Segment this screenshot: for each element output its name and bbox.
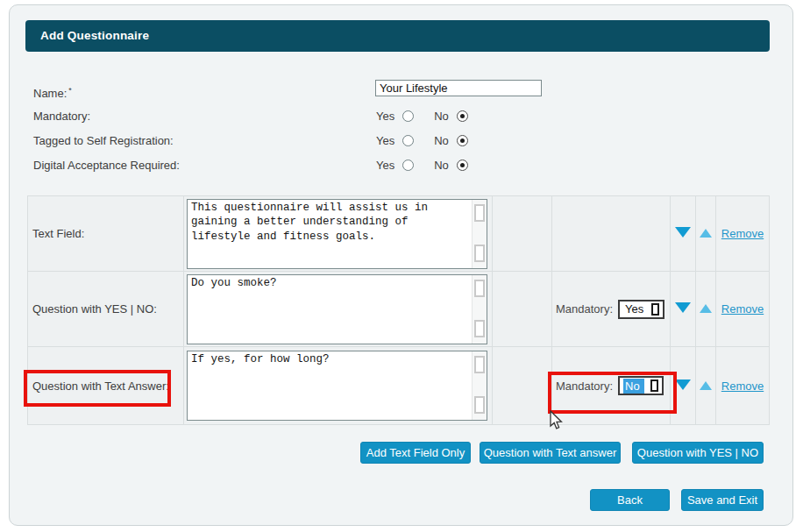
highlight-box-question-label bbox=[24, 370, 171, 407]
mandatory-radio-row: Yes No bbox=[376, 109, 468, 123]
textarea-scrollbar[interactable] bbox=[472, 351, 487, 420]
yes-label: Yes bbox=[376, 134, 394, 147]
mandatory-yes-radio[interactable] bbox=[402, 110, 414, 122]
digital-acceptance-radio-row: Yes No bbox=[376, 158, 468, 172]
scroll-up-button[interactable] bbox=[474, 356, 485, 373]
spacer-cell bbox=[493, 347, 552, 425]
textarea-scrollbar[interactable] bbox=[472, 275, 487, 344]
mandatory-label: Mandatory: bbox=[556, 302, 613, 316]
tagged-yes-radio[interactable] bbox=[402, 135, 414, 146]
move-down-icon[interactable] bbox=[675, 227, 691, 238]
question-with-text-answer-button[interactable]: Question with Text answer bbox=[480, 442, 621, 464]
mandatory-select[interactable]: Yes bbox=[618, 300, 664, 319]
selected-value: Yes bbox=[623, 301, 645, 316]
text-field-textarea[interactable]: This questionnaire will assist us in gai… bbox=[187, 199, 487, 269]
mouse-cursor bbox=[549, 410, 564, 431]
mandatory-control: Mandatory: Yes bbox=[556, 300, 670, 319]
add-text-field-only-button[interactable]: Add Text Field Only bbox=[360, 442, 471, 464]
table-row: Question with YES | NO: Do you smoke? Ma… bbox=[28, 272, 770, 347]
remove-link[interactable]: Remove bbox=[721, 302, 764, 316]
scroll-down-button[interactable] bbox=[474, 396, 485, 414]
dropdown-arrow-icon bbox=[651, 303, 659, 316]
save-and-exit-button[interactable]: Save and Exit bbox=[681, 489, 764, 511]
scroll-down-button[interactable] bbox=[474, 245, 485, 262]
required-asterisk: * bbox=[68, 86, 72, 95]
digital-yes-radio[interactable] bbox=[402, 160, 414, 171]
tagged-no-radio[interactable] bbox=[457, 135, 468, 146]
mandatory-label: Mandatory: bbox=[33, 110, 90, 123]
spacer-cell bbox=[493, 272, 552, 347]
textarea-scrollbar[interactable] bbox=[472, 200, 487, 268]
yes-label: Yes bbox=[376, 110, 394, 123]
tagged-self-registration-label: Tagged to Self Registration: bbox=[33, 134, 174, 147]
scroll-up-button[interactable] bbox=[474, 204, 485, 222]
digital-acceptance-label: Digital Acceptance Required: bbox=[33, 159, 180, 172]
mandatory-cell bbox=[552, 196, 671, 272]
remove-link[interactable]: Remove bbox=[721, 227, 764, 240]
textarea-text[interactable]: Do you smoke? bbox=[188, 275, 472, 344]
page: Add Questionnaire Name:* Mandatory: Yes … bbox=[0, 0, 803, 532]
scroll-down-button[interactable] bbox=[474, 320, 485, 337]
no-label: No bbox=[434, 159, 449, 172]
tagged-self-registration-radio-row: Yes No bbox=[376, 133, 468, 147]
highlight-box-mandatory-select bbox=[548, 372, 677, 414]
digital-no-radio[interactable] bbox=[457, 160, 468, 171]
text-answer-question-textarea[interactable]: If yes, for how long? bbox=[187, 351, 487, 421]
yes-label: Yes bbox=[376, 159, 394, 172]
question-with-yes-no-button[interactable]: Question with YES | NO bbox=[632, 442, 764, 464]
row-label: Text Field: bbox=[28, 196, 184, 272]
move-up-icon[interactable] bbox=[700, 229, 712, 238]
questionnaire-panel: Add Questionnaire Name:* Mandatory: Yes … bbox=[9, 4, 793, 526]
row-label: Question with YES | NO: bbox=[28, 272, 184, 347]
move-up-icon[interactable] bbox=[700, 381, 712, 390]
move-down-icon[interactable] bbox=[675, 302, 691, 313]
no-label: No bbox=[434, 110, 449, 123]
textarea-text[interactable]: This questionnaire will assist us in gai… bbox=[188, 200, 472, 268]
mandatory-no-radio[interactable] bbox=[457, 110, 468, 122]
remove-link[interactable]: Remove bbox=[721, 379, 764, 393]
panel-title: Add Questionnaire bbox=[25, 20, 770, 52]
spacer-cell bbox=[493, 196, 552, 272]
name-label: Name:* bbox=[33, 86, 72, 100]
table-row: Text Field: This questionnaire will assi… bbox=[28, 196, 770, 272]
yes-no-question-textarea[interactable]: Do you smoke? bbox=[187, 274, 487, 344]
no-label: No bbox=[434, 134, 449, 147]
scroll-up-button[interactable] bbox=[474, 280, 485, 297]
move-up-icon[interactable] bbox=[700, 304, 712, 313]
name-input[interactable] bbox=[375, 80, 542, 96]
move-down-icon[interactable] bbox=[675, 379, 691, 390]
back-button[interactable]: Back bbox=[590, 489, 670, 511]
textarea-text[interactable]: If yes, for how long? bbox=[188, 351, 472, 420]
